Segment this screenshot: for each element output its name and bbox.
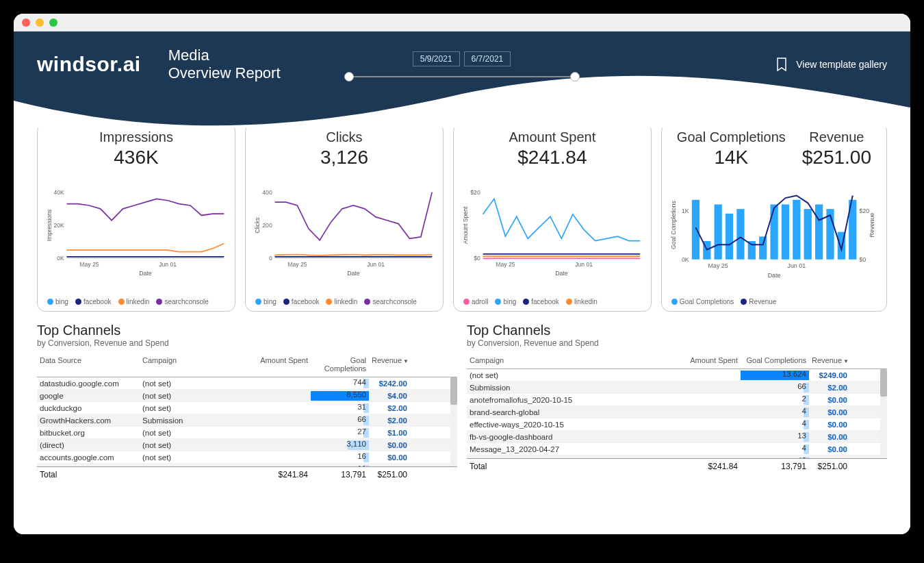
table-body[interactable]: datastudio.google.com(not set)744$242.00… bbox=[37, 377, 457, 466]
chart-clicks[interactable]: 0200400May 25Jun 01DateClicks bbox=[253, 168, 436, 297]
svg-text:0K: 0K bbox=[682, 256, 689, 263]
svg-rect-36 bbox=[736, 209, 744, 260]
svg-text:200: 200 bbox=[262, 222, 272, 229]
report-title: Media Overview Report bbox=[168, 47, 281, 83]
svg-text:$20: $20 bbox=[470, 189, 480, 196]
svg-text:May 25: May 25 bbox=[496, 261, 515, 268]
svg-rect-41 bbox=[793, 200, 800, 260]
table-total: Total$241.8413,791$251.00 bbox=[37, 466, 457, 482]
kpi-label: Goal Completions bbox=[677, 129, 786, 145]
scrollbar[interactable] bbox=[450, 377, 457, 466]
svg-text:Jun 01: Jun 01 bbox=[159, 261, 177, 268]
svg-text:Goal Completions: Goal Completions bbox=[670, 201, 677, 250]
chart-amount-spent[interactable]: $0$20May 25Jun 01DateAmount Spent bbox=[461, 168, 644, 297]
svg-text:Impressions: Impressions bbox=[46, 210, 53, 241]
table-subtitle: by Conversion, Revenue and Spend bbox=[467, 338, 887, 348]
table-row[interactable]: bitbucket.org(not set)27$1.00 bbox=[37, 427, 457, 439]
legend: bingfacebooklinkedinsearchconsole bbox=[44, 297, 228, 307]
svg-rect-37 bbox=[748, 241, 756, 260]
slider-handle-left[interactable] bbox=[344, 72, 354, 82]
svg-text:Jun 01: Jun 01 bbox=[575, 261, 593, 268]
header: windsor.ai Media Overview Report 5/9/202… bbox=[14, 32, 910, 127]
table-total: Total$241.8413,791$251.00 bbox=[467, 458, 887, 474]
table-right: Top Channels by Conversion, Revenue and … bbox=[467, 323, 887, 482]
svg-text:0: 0 bbox=[269, 255, 272, 262]
table-row[interactable]: app.clickup.com(not set)11$0.00 bbox=[37, 464, 457, 466]
svg-text:Clicks: Clicks bbox=[254, 217, 261, 233]
table-row[interactable]: (direct)(not set)3,110$0.00 bbox=[37, 439, 457, 451]
kpi-cards: Impressions436K 0K20K40KMay 25Jun 01Date… bbox=[14, 123, 910, 312]
svg-rect-38 bbox=[759, 236, 767, 259]
svg-text:1K: 1K bbox=[682, 208, 689, 214]
bookmark-icon bbox=[777, 58, 786, 71]
svg-text:$20: $20 bbox=[859, 208, 869, 214]
svg-rect-43 bbox=[815, 204, 823, 259]
table-row[interactable]: anotefromallofus_2020-10-152$0.00 bbox=[467, 394, 887, 406]
legend: Goal CompletionsRevenue bbox=[669, 297, 880, 307]
svg-text:40K: 40K bbox=[53, 189, 64, 196]
date-range: 5/9/2021 6/7/2021 bbox=[349, 51, 575, 77]
table-row[interactable]: brand-search-global4$0.00 bbox=[467, 406, 887, 418]
table-row[interactable]: duckduckgo(not set)31$2.00 bbox=[37, 402, 457, 414]
close-icon[interactable] bbox=[22, 18, 30, 27]
svg-text:Revenue: Revenue bbox=[869, 213, 875, 238]
kpi-label: Impressions bbox=[44, 129, 228, 145]
table-title: Top Channels bbox=[37, 323, 457, 338]
svg-rect-42 bbox=[804, 209, 811, 260]
kpi-value: 436K bbox=[44, 147, 228, 168]
svg-text:Date: Date bbox=[555, 270, 567, 277]
table-left: Top Channels by Conversion, Revenue and … bbox=[37, 323, 457, 482]
maximize-icon[interactable] bbox=[49, 18, 57, 27]
scrollbar[interactable] bbox=[880, 369, 887, 458]
kpi-value: $241.84 bbox=[461, 147, 644, 168]
kpi-value: 14K bbox=[677, 147, 786, 168]
date-slider[interactable] bbox=[349, 76, 575, 77]
kpi-value: 3,126 bbox=[253, 147, 436, 168]
svg-text:Date: Date bbox=[347, 270, 359, 277]
table-row[interactable]: (not set)13,624$249.00 bbox=[467, 369, 887, 381]
svg-rect-40 bbox=[782, 204, 789, 259]
table-row[interactable]: GrowthHackers.comSubmission66$2.00 bbox=[37, 414, 457, 427]
card-amount-spent: Amount Spent$241.84 $0$20May 25Jun 01Dat… bbox=[453, 123, 652, 312]
svg-text:20K: 20K bbox=[53, 222, 64, 229]
logo: windsor.ai bbox=[37, 53, 141, 76]
svg-text:May 25: May 25 bbox=[287, 261, 307, 268]
date-to[interactable]: 6/7/2021 bbox=[464, 51, 511, 66]
slider-handle-right[interactable] bbox=[570, 72, 580, 82]
legend: adrollbingfacebooklinkedin bbox=[461, 297, 644, 307]
svg-text:$0: $0 bbox=[474, 255, 480, 262]
table-row[interactable]: Message_13_2020-04-274$0.00 bbox=[467, 443, 887, 455]
table-header: Data SourceCampaignAmount SpentGoal Comp… bbox=[37, 352, 457, 377]
table-title: Top Channels bbox=[467, 323, 887, 338]
svg-rect-35 bbox=[726, 214, 733, 260]
titlebar bbox=[14, 14, 910, 32]
svg-rect-39 bbox=[770, 204, 778, 259]
legend: bingfacebooklinkedinsearchconsole bbox=[253, 297, 436, 307]
table-row[interactable]: effective-ways_2020-10-154$0.00 bbox=[467, 418, 887, 431]
table-body[interactable]: (not set)13,624$249.00Submission66$2.00a… bbox=[467, 369, 887, 458]
minimize-icon[interactable] bbox=[36, 18, 44, 27]
dashboard: windsor.ai Media Overview Report 5/9/202… bbox=[14, 32, 910, 534]
kpi-label: Amount Spent bbox=[461, 129, 644, 145]
date-from[interactable]: 5/9/2021 bbox=[413, 51, 460, 66]
svg-text:Jun 01: Jun 01 bbox=[367, 261, 385, 268]
table-row[interactable]: accounts.google.com(not set)16$0.00 bbox=[37, 451, 457, 464]
table-header: CampaignAmount SpentGoal CompletionsReve… bbox=[467, 352, 887, 369]
kpi-value: $251.00 bbox=[802, 147, 871, 168]
chart-impressions[interactable]: 0K20K40KMay 25Jun 01DateImpressions bbox=[44, 168, 228, 297]
svg-text:Jun 01: Jun 01 bbox=[787, 262, 806, 269]
chart-goal-revenue[interactable]: 0K1K$0$20May 25Jun 01DateGoal Completion… bbox=[669, 168, 880, 297]
table-row[interactable]: google(not set)8,550$4.00 bbox=[37, 390, 457, 402]
svg-text:400: 400 bbox=[262, 189, 272, 196]
table-row[interactable]: datastudio.google.com(not set)744$242.00 bbox=[37, 377, 457, 390]
svg-text:Date: Date bbox=[139, 270, 151, 277]
card-goal-revenue: Goal Completions14K Revenue$251.00 0K1K$… bbox=[661, 123, 887, 312]
table-row[interactable]: Submission66$2.00 bbox=[467, 381, 887, 394]
table-subtitle: by Conversion, Revenue and Spend bbox=[37, 338, 457, 348]
table-row[interactable]: fb-vs-google-dashboard13$0.00 bbox=[467, 431, 887, 443]
card-impressions: Impressions436K 0K20K40KMay 25Jun 01Date… bbox=[37, 123, 235, 312]
table-row[interactable]: pinterest-dashboard42$0.00 bbox=[467, 455, 887, 458]
svg-text:May 25: May 25 bbox=[79, 261, 99, 268]
tables-section: Top Channels by Conversion, Revenue and … bbox=[14, 312, 910, 482]
template-gallery-link[interactable]: View template gallery bbox=[777, 58, 887, 71]
